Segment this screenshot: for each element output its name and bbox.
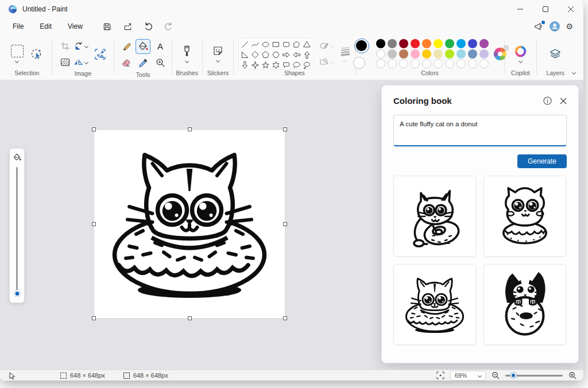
shape-rounded-rectangle-icon[interactable] [281, 40, 291, 49]
color-picker-tool[interactable] [136, 56, 150, 71]
brushes-tool[interactable] [183, 45, 191, 57]
rotate-tool[interactable] [74, 41, 83, 51]
empty-color-slot[interactable] [376, 59, 385, 68]
color-swatch[interactable] [479, 39, 489, 48]
layers-icon[interactable] [549, 48, 562, 60]
tolerance-slider[interactable] [16, 167, 18, 293]
color-swatch[interactable] [376, 49, 385, 59]
save-button[interactable] [99, 20, 116, 33]
redo-button[interactable] [160, 20, 177, 33]
shape-right-triangle-icon[interactable] [240, 50, 250, 60]
empty-color-slot[interactable] [479, 59, 489, 68]
eraser-tool[interactable] [118, 56, 133, 71]
panel-close-icon[interactable] [560, 98, 567, 104]
menu-file[interactable]: File [5, 20, 32, 33]
shape-hexagon-icon[interactable] [271, 50, 281, 60]
thickness-dropdown-chevron-icon[interactable] [343, 58, 347, 62]
color-swatch[interactable] [411, 39, 420, 48]
menu-edit[interactable]: Edit [32, 20, 60, 33]
selection-handle-n[interactable] [188, 127, 192, 131]
color-swatch[interactable] [399, 39, 408, 48]
canvas[interactable] [94, 129, 285, 319]
shape-line-icon[interactable] [240, 40, 250, 49]
color-swatch[interactable] [457, 49, 466, 59]
color-swatch[interactable] [457, 39, 466, 48]
menu-view[interactable]: View [60, 20, 91, 33]
shape-fill-tool[interactable] [319, 57, 329, 67]
zoom-level-dropdown[interactable]: 69% [450, 371, 486, 381]
empty-color-slot[interactable] [399, 59, 408, 68]
empty-color-slot[interactable] [445, 59, 454, 68]
stickers-dropdown-chevron-icon[interactable] [216, 59, 220, 63]
fit-to-screen-icon[interactable] [436, 371, 444, 379]
rectangle-select-tool[interactable] [11, 45, 24, 57]
shape-rectangle-icon[interactable] [271, 40, 281, 49]
color-swatch[interactable] [376, 39, 385, 48]
thumbnail-option-3[interactable] [393, 264, 476, 345]
zoom-slider[interactable] [505, 375, 563, 377]
undo-button[interactable] [140, 20, 157, 33]
color-swatch[interactable] [434, 49, 443, 59]
thumbnail-option-1[interactable] [393, 176, 476, 257]
selection-handle-nw[interactable] [92, 127, 96, 131]
info-icon[interactable] [543, 96, 552, 105]
text-tool[interactable]: A [153, 39, 168, 54]
thickness-tool[interactable] [339, 46, 351, 56]
remove-background-tool[interactable] [60, 57, 70, 67]
foreground-color-swatch[interactable] [354, 38, 369, 53]
flip-tool[interactable] [74, 57, 83, 67]
rotate-dropdown-chevron-icon[interactable] [84, 44, 88, 48]
color-swatch[interactable] [445, 49, 454, 59]
selection-handle-ne[interactable] [283, 127, 287, 131]
edit-colors-wheel-icon[interactable]: + [493, 47, 507, 61]
empty-color-slot[interactable] [388, 59, 397, 68]
empty-color-slot[interactable] [457, 59, 466, 68]
shape-oval-speech-icon[interactable] [292, 60, 301, 69]
shape-polygon-icon[interactable] [292, 40, 301, 49]
color-swatch[interactable] [434, 39, 443, 48]
fill-tool[interactable] [136, 39, 150, 54]
resize-image-tool[interactable] [92, 46, 107, 61]
color-swatch[interactable] [399, 49, 408, 59]
brushes-dropdown-chevron-icon[interactable] [185, 59, 189, 63]
shape-star-four-icon[interactable] [250, 60, 260, 69]
selection-handle-sw[interactable] [92, 316, 96, 320]
shape-arrow-down-icon[interactable] [240, 60, 250, 69]
crop-tool[interactable] [60, 41, 70, 51]
background-color-swatch[interactable] [353, 57, 365, 69]
empty-color-slot[interactable] [422, 59, 431, 68]
pencil-tool[interactable] [118, 39, 133, 54]
selection-handle-s[interactable] [188, 316, 192, 320]
stickers-tool[interactable] [212, 45, 223, 56]
magic-select-tool[interactable] [30, 48, 43, 60]
zoom-slider-thumb[interactable] [510, 373, 516, 378]
selection-handle-se[interactable] [283, 316, 287, 320]
selection-handle-e[interactable] [283, 222, 287, 226]
zoom-in-icon[interactable] [568, 371, 577, 379]
zoom-out-icon[interactable] [492, 371, 500, 379]
tolerance-slider-thumb[interactable] [14, 290, 20, 297]
color-swatch[interactable] [479, 49, 489, 59]
prompt-input[interactable] [393, 115, 567, 146]
shape-star-six-icon[interactable] [271, 60, 281, 69]
empty-color-slot[interactable] [411, 59, 420, 68]
color-swatch[interactable] [445, 39, 454, 48]
selection-handle-w[interactable] [92, 222, 96, 226]
outline-dropdown-chevron-icon[interactable] [330, 44, 334, 48]
color-swatch[interactable] [422, 39, 431, 48]
shape-thought-bubble-icon[interactable] [302, 60, 312, 69]
copilot-dropdown-chevron-icon[interactable] [519, 59, 523, 63]
shape-triangle-icon[interactable] [302, 40, 312, 49]
close-button[interactable] [558, 0, 583, 18]
color-swatch[interactable] [411, 49, 420, 59]
shape-oval-icon[interactable] [261, 40, 270, 49]
shape-star-five-icon[interactable] [261, 60, 270, 69]
maximize-button[interactable] [533, 0, 558, 18]
copilot-icon[interactable] [514, 45, 527, 57]
shape-pentagon-icon[interactable] [261, 50, 270, 60]
empty-color-slot[interactable] [434, 59, 443, 68]
magnifier-tool[interactable] [153, 56, 168, 71]
thumbnail-option-2[interactable] [483, 176, 566, 257]
flip-dropdown-chevron-icon[interactable] [84, 60, 88, 64]
shape-arrow-right-icon[interactable] [281, 50, 291, 60]
